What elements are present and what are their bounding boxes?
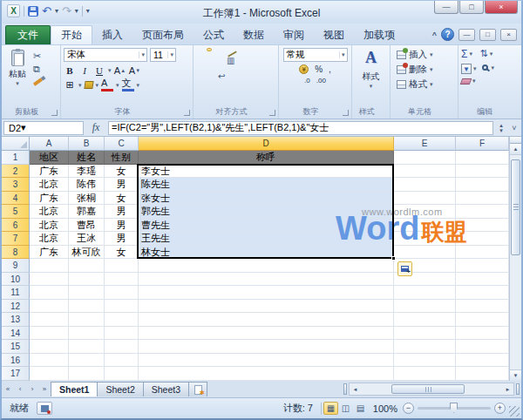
delete-cells-button[interactable]: 删除 ▾ — [393, 64, 455, 76]
decrease-decimal-button[interactable]: .00 — [316, 77, 326, 85]
tab-insert[interactable]: 插入 — [92, 25, 132, 44]
cut-icon[interactable]: ✂ — [33, 51, 43, 61]
row-header-11[interactable]: 11 — [2, 286, 30, 300]
clear-button[interactable]: ▾ — [461, 78, 477, 85]
grow-font-button[interactable]: A▲ — [114, 64, 126, 77]
cell[interactable] — [139, 313, 394, 327]
insert-worksheet-button[interactable] — [188, 382, 207, 396]
paste-button[interactable]: 粘贴 ▾ — [4, 48, 31, 106]
restore-button[interactable]: □ — [459, 1, 484, 14]
cell[interactable] — [30, 367, 69, 381]
align-bottom-button[interactable] — [215, 48, 221, 51]
vertical-scrollbar-thumb[interactable] — [511, 159, 520, 255]
next-sheet-icon[interactable]: › — [26, 383, 38, 396]
row-header-9[interactable]: 9 — [2, 259, 30, 273]
cell[interactable] — [30, 313, 69, 327]
column-header-f[interactable]: F — [456, 137, 509, 151]
row-header-6[interactable]: 6 — [2, 219, 30, 233]
cell-c8[interactable]: 女 — [105, 246, 139, 260]
zoom-slider-track[interactable] — [418, 407, 491, 410]
number-dialog-launcher-icon[interactable] — [343, 110, 349, 116]
cell-c3[interactable]: 男 — [105, 178, 139, 192]
cell[interactable] — [394, 313, 456, 327]
autosum-button[interactable]: Σ ▾ — [461, 48, 477, 60]
tab-page-layout[interactable]: 页面布局 — [132, 25, 194, 44]
font-color-button[interactable]: A — [101, 78, 113, 91]
auto-fill-options-button[interactable]: + — [397, 261, 412, 276]
cell[interactable] — [456, 286, 509, 300]
column-header-d[interactable]: D — [139, 137, 394, 151]
cell-f4[interactable] — [456, 192, 509, 206]
cell-d1[interactable]: 称呼 — [139, 151, 394, 165]
collapse-ribbon-icon[interactable]: ^ — [432, 30, 437, 39]
cell[interactable] — [30, 300, 69, 314]
cell-e1[interactable] — [394, 151, 456, 165]
row-header-16[interactable]: 16 — [2, 354, 30, 368]
cell[interactable] — [105, 327, 139, 341]
cell[interactable] — [105, 354, 139, 368]
column-header-c[interactable]: C — [105, 137, 139, 151]
cell[interactable] — [139, 327, 394, 341]
cell[interactable] — [30, 327, 69, 341]
cell-c5[interactable]: 男 — [105, 205, 139, 219]
row-header-2[interactable]: 2 — [2, 165, 30, 179]
cell[interactable] — [394, 367, 456, 381]
clipboard-dialog-launcher-icon[interactable] — [51, 110, 58, 116]
cell[interactable] — [69, 259, 105, 273]
chevron-down-icon[interactable]: ▾ — [167, 51, 175, 58]
view-normal-button[interactable]: ▦ — [323, 402, 338, 415]
cell-a8[interactable]: 广东 — [30, 246, 69, 260]
chevron-down-icon[interactable]: ▾ — [339, 51, 347, 58]
minimize-button[interactable]: — — [434, 1, 458, 14]
cell-b3[interactable]: 陈伟 — [69, 178, 105, 192]
currency-format-icon[interactable]: ¥ — [299, 64, 309, 74]
select-all-button[interactable] — [2, 137, 30, 151]
cell[interactable] — [105, 300, 139, 314]
row-header-12[interactable]: 12 — [2, 300, 30, 314]
shrink-font-button[interactable]: A▼ — [129, 64, 141, 77]
cell[interactable] — [105, 313, 139, 327]
cell[interactable] — [69, 367, 105, 381]
insert-cells-button[interactable]: 插入 ▾ — [393, 49, 455, 61]
phonetic-dropdown-icon[interactable]: ▾ — [137, 82, 140, 89]
name-box[interactable]: D2 ▾ — [3, 121, 84, 135]
align-left-button[interactable] — [198, 59, 203, 63]
cell[interactable] — [69, 273, 105, 287]
row-header-5[interactable]: 5 — [2, 205, 30, 219]
merge-center-button[interactable]: ▥ — [224, 54, 237, 67]
cell[interactable] — [456, 300, 509, 314]
cell[interactable] — [30, 286, 69, 300]
font-name-select[interactable]: 宋体 ▾ — [64, 48, 147, 62]
cell[interactable] — [139, 367, 394, 381]
cell[interactable] — [456, 313, 509, 327]
cell[interactable] — [456, 354, 509, 368]
chevron-down-icon[interactable]: ▾ — [139, 51, 146, 58]
font-dialog-launcher-icon[interactable] — [184, 110, 190, 116]
cell-f1[interactable] — [456, 151, 509, 165]
cell-a5[interactable]: 北京 — [30, 205, 69, 219]
orientation-button[interactable] — [224, 48, 229, 51]
row-header-8[interactable]: 8 — [2, 246, 30, 260]
formula-bar-spinner[interactable]: ▴ ▾ — [495, 123, 507, 133]
alignment-dialog-launcher-icon[interactable] — [269, 110, 275, 116]
cell-b4[interactable]: 张桐 — [69, 192, 105, 206]
row-header-1[interactable]: 1 — [2, 151, 30, 165]
borders-dropdown-icon[interactable]: ▾ — [78, 82, 82, 89]
styles-dropdown-icon[interactable]: ▾ — [370, 83, 373, 90]
cell[interactable] — [105, 367, 139, 381]
cell-c4[interactable]: 女 — [105, 192, 139, 206]
cell[interactable] — [394, 327, 456, 341]
find-select-button[interactable]: ▾ — [480, 63, 495, 72]
styles-button-label[interactable]: 样式 — [363, 71, 380, 83]
cell-b6[interactable]: 曹昂 — [69, 219, 105, 233]
increase-indent-button[interactable] — [207, 75, 212, 78]
cell-e4[interactable] — [394, 192, 456, 206]
number-format-select[interactable]: 常规 ▾ — [283, 48, 348, 62]
scrollbar-split-handle[interactable] — [510, 137, 521, 144]
cell[interactable] — [69, 300, 105, 314]
format-cells-button[interactable]: 格式 ▾ — [393, 78, 455, 91]
cell[interactable] — [456, 367, 509, 381]
cell-f3[interactable] — [456, 178, 509, 192]
cell[interactable] — [30, 273, 69, 287]
cell[interactable] — [456, 273, 509, 287]
